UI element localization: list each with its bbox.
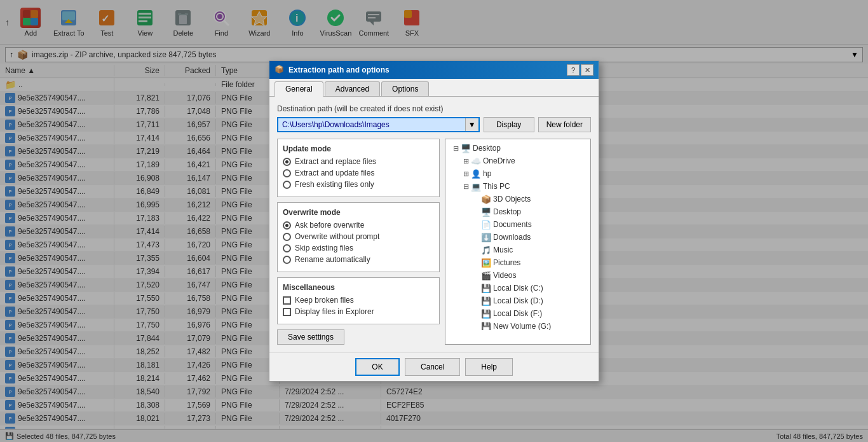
radio-ask-before-label: Ask before overwrite [295, 221, 364, 230]
update-mode-option-0[interactable]: Extract and replace files [283, 157, 434, 166]
dialog-controls: ? ✕ [567, 64, 593, 76]
tree-item[interactable]: 💾 Local Disk (F:) [448, 307, 588, 320]
display-button[interactable]: Display [484, 117, 534, 132]
dialog-close-btn[interactable]: ✕ [581, 64, 593, 76]
overwrite-mode-title: Overwrite mode [283, 208, 434, 217]
tree-label: Pictures [493, 258, 520, 267]
help-button[interactable]: Help [465, 358, 513, 376]
tree-item[interactable]: 💾 Local Disk (C:) [448, 282, 588, 294]
dest-combo-dropdown[interactable]: ▼ [465, 118, 478, 131]
tree-expand-icon [471, 194, 481, 204]
tree-item[interactable]: ⬇️ Downloads [448, 231, 588, 244]
tree-expand-icon[interactable]: ⊞ [461, 169, 471, 179]
new-folder-button[interactable]: New folder [538, 117, 591, 132]
tree-item[interactable]: 🎵 Music [448, 244, 588, 256]
tree-item[interactable]: 💾 Local Disk (D:) [448, 294, 588, 307]
tree-label: hp [483, 169, 491, 178]
tree-item[interactable]: ⊟ 💻 This PC [448, 180, 588, 193]
dialog-overlay: 📦 Extraction path and options ? ✕ Genera… [0, 0, 868, 442]
overwrite-mode-box: Overwrite mode Ask before overwrite Over… [277, 202, 440, 272]
dest-path-row: ▼ Display New folder [277, 117, 591, 132]
tree-expand-icon[interactable]: ⊟ [451, 143, 461, 153]
save-settings-button[interactable]: Save settings [277, 329, 344, 345]
radio-skip-existing-label: Skip existing files [295, 244, 353, 252]
tab-general[interactable]: General [275, 81, 323, 97]
radio-extract-replace[interactable] [283, 158, 291, 166]
tree-label: Local Disk (C:) [493, 284, 543, 293]
tab-options[interactable]: Options [381, 81, 429, 96]
tree-label: New Volume (G:) [493, 322, 551, 330]
tree-container[interactable]: ⊟ 🖥️ Desktop ⊞ ☁️ OneDrive ⊞ 👤 hp ⊟ 💻 Th… [445, 139, 590, 330]
dialog-title-icon: 📦 [275, 65, 285, 75]
radio-overwrite-without[interactable] [283, 233, 291, 241]
radio-overwrite-without-label: Overwrite without prompt [295, 232, 379, 241]
misc-option-1[interactable]: Display files in Explorer [283, 307, 434, 316]
tree-expand-icon[interactable]: ⊟ [461, 181, 471, 191]
dialog-left-panel: Update mode Extract and replace files Ex… [277, 139, 440, 345]
tree-expand-icon [471, 245, 481, 255]
tree-expand-icon[interactable]: ⊞ [461, 156, 471, 166]
tree-label: 3D Objects [493, 195, 531, 204]
update-mode-box: Update mode Extract and replace files Ex… [277, 139, 440, 197]
update-mode-option-1[interactable]: Extract and update files [283, 169, 434, 177]
tree-label: Documents [493, 220, 532, 229]
tree-item[interactable]: 🖥️ Desktop [448, 205, 588, 218]
tree-expand-icon [471, 232, 481, 242]
radio-extract-update[interactable] [283, 169, 291, 177]
checkbox-display-files-label: Display files in Explorer [295, 307, 374, 316]
overwrite-mode-option-2[interactable]: Skip existing files [283, 244, 434, 252]
radio-rename-auto-label: Rename automatically [295, 255, 370, 264]
radio-extract-update-label: Extract and update files [295, 169, 374, 177]
tree-label: Local Disk (D:) [493, 296, 543, 305]
dialog-content-row: Update mode Extract and replace files Ex… [277, 139, 591, 345]
tree-expand-icon [471, 258, 481, 268]
dest-path-input[interactable] [278, 118, 465, 131]
tree-item[interactable]: 📄 Documents [448, 218, 588, 231]
radio-skip-existing[interactable] [283, 244, 291, 252]
radio-fresh-existing[interactable] [283, 181, 291, 189]
overwrite-mode-option-3[interactable]: Rename automatically [283, 255, 434, 264]
extraction-dialog: 📦 Extraction path and options ? ✕ Genera… [269, 60, 599, 382]
tree-item[interactable]: ⊞ 👤 hp [448, 167, 588, 180]
checkbox-display-files[interactable] [283, 308, 291, 316]
tree-item[interactable]: 💾 New Volume (G:) [448, 320, 588, 330]
miscellaneous-title: Miscellaneous [283, 283, 434, 292]
tree-expand-icon [471, 283, 481, 293]
radio-extract-replace-label: Extract and replace files [295, 157, 376, 166]
dialog-body: Destination path (will be created if doe… [269, 97, 599, 352]
tree-expand-icon [471, 207, 481, 217]
ok-button[interactable]: OK [355, 358, 400, 376]
tree-item[interactable]: ⊟ 🖥️ Desktop [448, 142, 588, 155]
tree-item[interactable]: 🎬 Videos [448, 269, 588, 282]
tree-item[interactable]: 🖼️ Pictures [448, 256, 588, 269]
overwrite-mode-option-0[interactable]: Ask before overwrite [283, 221, 434, 230]
tab-advanced[interactable]: Advanced [325, 81, 380, 96]
cancel-button[interactable]: Cancel [405, 358, 460, 376]
dialog-help-btn[interactable]: ? [567, 64, 580, 76]
tree-label: OneDrive [483, 156, 515, 165]
checkbox-keep-broken-label: Keep broken files [295, 296, 354, 305]
tree-label: Desktop [473, 144, 501, 153]
tree-item[interactable]: ⊞ ☁️ OneDrive [448, 155, 588, 167]
tree-label: Local Disk (F:) [493, 309, 542, 318]
miscellaneous-box: Miscellaneous Keep broken files Display … [277, 277, 440, 324]
misc-option-0[interactable]: Keep broken files [283, 296, 434, 305]
tree-label: Downloads [493, 233, 531, 242]
radio-fresh-existing-label: Fresh existing files only [295, 180, 374, 189]
tree-label: Videos [493, 271, 516, 280]
tree-item[interactable]: 📦 3D Objects [448, 193, 588, 205]
dialog-right-panel: ⊟ 🖥️ Desktop ⊞ ☁️ OneDrive ⊞ 👤 hp ⊟ 💻 Th… [445, 139, 591, 345]
tree-label: This PC [483, 182, 510, 191]
update-mode-title: Update mode [283, 144, 434, 153]
tree-label: Music [493, 245, 513, 254]
dest-path-combo[interactable]: ▼ [277, 117, 480, 132]
tree-expand-icon [471, 270, 481, 280]
update-mode-option-2[interactable]: Fresh existing files only [283, 180, 434, 189]
radio-rename-auto[interactable] [283, 256, 291, 264]
radio-ask-before[interactable] [283, 221, 291, 230]
checkbox-keep-broken[interactable] [283, 296, 291, 305]
tree-label: Desktop [493, 207, 521, 216]
tree-expand-icon [471, 219, 481, 230]
tree-expand-icon [471, 296, 481, 306]
overwrite-mode-option-1[interactable]: Overwrite without prompt [283, 232, 434, 241]
